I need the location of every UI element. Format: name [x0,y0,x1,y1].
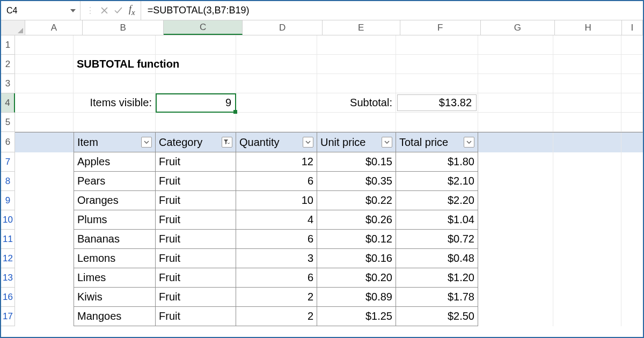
cells-area[interactable]: SUBTOTAL function Items visible: 9 Subto… [15,35,643,326]
chevron-down-icon[interactable] [70,9,76,12]
cell-category[interactable]: Fruit [156,268,236,288]
cell-item[interactable]: Limes [74,268,156,288]
col-item[interactable]: Item [74,133,156,152]
table-row[interactable]: KiwisFruit2$0.89$1.78 [15,288,643,307]
name-box-value: C4 [6,6,17,16]
row-header-2[interactable]: 2 [1,55,15,74]
cell-unit-price[interactable]: $0.89 [317,288,396,307]
cell-total-price[interactable]: $1.78 [396,288,478,307]
row-header-11[interactable]: 11 [1,230,15,249]
cell-total-price[interactable]: $2.10 [396,172,478,191]
row-header-16[interactable]: 16 [1,288,15,307]
cell-unit-price[interactable]: $0.16 [317,249,396,268]
col-unit-price[interactable]: Unit price [317,133,396,152]
col-header-G[interactable]: G [481,20,555,35]
row-header-7[interactable]: 7 [1,152,15,172]
col-header-F[interactable]: F [400,20,481,35]
row-header-5[interactable]: 5 [1,113,15,132]
col-quantity[interactable]: Quantity [236,133,317,152]
cell-quantity[interactable]: 2 [236,307,317,326]
cell-quantity[interactable]: 4 [236,210,317,230]
table-row[interactable]: ApplesFruit12$0.15$1.80 [15,152,643,172]
formula-input[interactable]: =SUBTOTAL(3,B7:B19) [141,1,643,20]
accept-formula-icon[interactable] [114,7,122,14]
cell-total-price[interactable]: $1.04 [396,210,478,230]
table-row[interactable]: OrangesFruit10$0.22$2.20 [15,191,643,210]
col-header-D[interactable]: D [243,20,323,35]
cell-unit-price[interactable]: $0.15 [317,152,396,172]
cell-quantity[interactable]: 3 [236,249,317,268]
table-row[interactable]: PearsFruit6$0.35$2.10 [15,172,643,191]
cell-item[interactable]: Apples [74,152,156,172]
cell-item[interactable]: Oranges [74,191,156,210]
cell-item[interactable]: Plums [74,210,156,230]
cell-category[interactable]: Fruit [156,152,236,172]
row-header-8[interactable]: 8 [1,172,15,191]
filter-button-item[interactable] [141,137,152,148]
select-all-corner[interactable] [1,20,25,35]
cell-quantity[interactable]: 6 [236,172,317,191]
row-header-4[interactable]: 4 [1,93,15,113]
cell-unit-price[interactable]: $0.26 [317,210,396,230]
row-header-9[interactable]: 9 [1,191,15,210]
cell-category[interactable]: Fruit [156,307,236,326]
col-category[interactable]: Category [156,133,236,152]
row-header-12[interactable]: 12 [1,249,15,268]
cell-total-price[interactable]: $0.72 [396,230,478,249]
row-header-13[interactable]: 13 [1,268,15,288]
cell-category[interactable]: Fruit [156,249,236,268]
col-header-E[interactable]: E [323,20,400,35]
cell-total-price[interactable]: $2.20 [396,191,478,210]
spreadsheet: A B C D E F G H I 123456789101112131617 … [1,20,643,326]
cell-category[interactable]: Fruit [156,172,236,191]
cell-item[interactable]: Mangoes [74,307,156,326]
row-header-10[interactable]: 10 [1,210,15,230]
name-box[interactable]: C4 [1,1,80,20]
cell-quantity[interactable]: 12 [236,152,317,172]
row-header-17[interactable]: 17 [1,307,15,326]
col-header-H[interactable]: H [555,20,622,35]
cell-unit-price[interactable]: $0.35 [317,172,396,191]
cell-unit-price[interactable]: $0.20 [317,268,396,288]
table-row[interactable]: MangoesFruit2$1.25$2.50 [15,307,643,326]
cell-item[interactable]: Pears [74,172,156,191]
cell-category[interactable]: Fruit [156,191,236,210]
filter-button-quantity[interactable] [303,137,313,148]
table-row[interactable]: LimesFruit6$0.20$1.20 [15,268,643,288]
cell-item[interactable]: Kiwis [74,288,156,307]
cell-category[interactable]: Fruit [156,230,236,249]
cell-quantity[interactable]: 6 [236,230,317,249]
table-row[interactable]: BananasFruit6$0.12$0.72 [15,230,643,249]
items-visible-value-cell[interactable]: 9 [156,93,236,112]
cell-unit-price[interactable]: $1.25 [317,307,396,326]
cell-total-price[interactable]: $1.20 [396,268,478,288]
cell-category[interactable]: Fruit [156,210,236,230]
row-header-3[interactable]: 3 [1,74,15,93]
cell-total-price[interactable]: $0.48 [396,249,478,268]
filter-active-button-category[interactable] [222,137,232,148]
cell-quantity[interactable]: 6 [236,268,317,288]
col-header-I[interactable]: I [622,20,643,35]
col-header-B[interactable]: B [83,20,163,35]
table-row[interactable]: LemonsFruit3$0.16$0.48 [15,249,643,268]
cell-total-price[interactable]: $2.50 [396,307,478,326]
cell-category[interactable]: Fruit [156,288,236,307]
cell-unit-price[interactable]: $0.22 [317,191,396,210]
cell-total-price[interactable]: $1.80 [396,152,478,172]
col-header-C[interactable]: C [164,20,243,35]
cell-quantity[interactable]: 10 [236,191,317,210]
cell-item[interactable]: Lemons [74,249,156,268]
cell-item[interactable]: Bananas [74,230,156,249]
fx-icon[interactable]: fx [129,4,135,17]
subtotal-value-cell[interactable]: $13.82 [396,93,478,112]
row-header-6[interactable]: 6 [1,132,15,152]
cell-quantity[interactable]: 2 [236,288,317,307]
row-header-1[interactable]: 1 [1,35,15,55]
cell-unit-price[interactable]: $0.12 [317,230,396,249]
filter-button-total-price[interactable] [464,137,474,148]
cancel-formula-icon[interactable] [101,7,108,14]
table-row[interactable]: PlumsFruit4$0.26$1.04 [15,210,643,230]
col-total-price[interactable]: Total price [396,133,478,152]
col-header-A[interactable]: A [25,20,83,35]
filter-button-unit-price[interactable] [382,137,392,148]
